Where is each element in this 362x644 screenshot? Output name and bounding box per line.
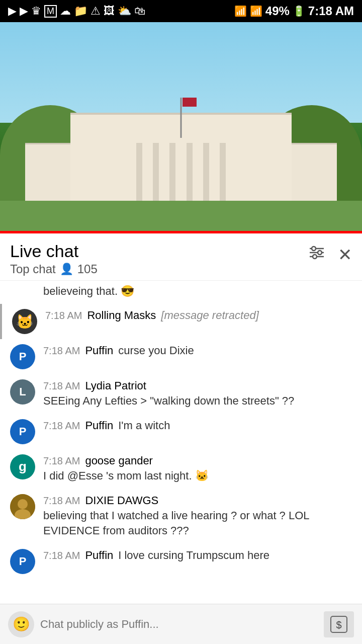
message-author: Puffin bbox=[85, 549, 113, 562]
partial-message: believeing that. 😎 bbox=[0, 281, 362, 300]
message-time: 7:18 AM bbox=[43, 380, 80, 392]
chat-subtitle: Top chat 👤 105 bbox=[10, 262, 98, 276]
chat-messages: 🐱 7:18 AM Rolling Masks [message retract… bbox=[0, 300, 362, 583]
message-content: 7:18 AM Puffin curse you Dixie bbox=[43, 344, 352, 357]
status-bar: ▶ ▶ ♛ M ☁ 📁 ⚠ 🖼 ⛅ 🛍 📶 📶 49% 🔋 7:18 AM bbox=[0, 0, 362, 22]
message-content: 7:18 AM goose gander I did @Esse 's mom … bbox=[43, 454, 352, 484]
message-text: I love cursing Trumpscum here bbox=[118, 549, 269, 562]
chat-title: Live chat bbox=[10, 242, 98, 261]
cloud2-icon: ⛅ bbox=[118, 5, 131, 18]
close-button[interactable]: ✕ bbox=[338, 245, 352, 265]
people-icon: 👤 bbox=[60, 263, 73, 276]
message-time: 7:18 AM bbox=[43, 550, 80, 561]
table-row: P 7:18 AM Puffin I love cursing Trumpscu… bbox=[0, 544, 362, 579]
avatar: P bbox=[10, 549, 35, 574]
live-chat-section: Live chat Top chat 👤 105 ✕ bbox=[0, 233, 362, 626]
message-body: I did @Esse 's mom last night. 🐱 bbox=[43, 468, 352, 484]
chat-input-bar: 🙂 $ bbox=[0, 604, 362, 644]
status-info-right: 📶 📶 49% 🔋 7:18 AM bbox=[234, 4, 354, 18]
chat-header-right: ✕ bbox=[308, 244, 352, 266]
table-row: P 7:18 AM Puffin I'm a witch bbox=[0, 414, 362, 449]
chat-input[interactable] bbox=[40, 611, 318, 637]
avatar: P bbox=[10, 419, 35, 444]
folder-icon: 📁 bbox=[74, 5, 87, 18]
message-meta: 7:18 AM Puffin curse you Dixie bbox=[43, 344, 352, 357]
video-player[interactable] bbox=[0, 22, 362, 233]
partial-text: believeing that. bbox=[43, 285, 118, 298]
status-icons-left: ▶ ▶ ♛ M ☁ 📁 ⚠ 🖼 ⛅ 🛍 bbox=[8, 5, 145, 18]
cloud-icon: ☁ bbox=[60, 5, 71, 18]
message-time: 7:18 AM bbox=[43, 345, 80, 357]
bag-icon: 🛍 bbox=[134, 5, 145, 18]
message-author: Lydia Patriot bbox=[85, 379, 146, 392]
message-author: DIXIE DAWGS bbox=[85, 494, 158, 507]
battery-icon: 🔋 bbox=[293, 5, 305, 17]
signal-icon: 📶 bbox=[250, 5, 262, 17]
svg-point-5 bbox=[313, 255, 317, 259]
crown-icon: ♛ bbox=[31, 5, 41, 18]
chat-header-left: Live chat Top chat 👤 105 bbox=[10, 242, 98, 276]
avatar: 🐱 bbox=[12, 309, 37, 334]
message-body: believing that I watched a live hearing … bbox=[43, 508, 352, 539]
message-author: Puffin bbox=[85, 344, 113, 357]
message-time: 7:18 AM bbox=[43, 420, 80, 432]
image-icon: 🖼 bbox=[104, 5, 115, 18]
battery-percent: 49% bbox=[265, 4, 290, 18]
message-content: 7:18 AM DIXIE DAWGS believing that I wat… bbox=[43, 494, 352, 539]
avatar bbox=[10, 494, 35, 519]
message-content: 7:18 AM Puffin I love cursing Trumpscum … bbox=[43, 549, 352, 562]
svg-point-3 bbox=[312, 247, 316, 251]
emoji-button[interactable]: 🙂 bbox=[8, 611, 34, 637]
viewer-count: 105 bbox=[77, 262, 98, 276]
partial-emoji: 😎 bbox=[121, 285, 134, 298]
time-display: 7:18 AM bbox=[308, 4, 354, 18]
message-content: 7:18 AM Lydia Patriot SEEing Any Lefties… bbox=[43, 379, 352, 409]
m-icon: M bbox=[44, 5, 57, 18]
avatar: L bbox=[10, 379, 35, 405]
table-row: P 7:18 AM Puffin curse you Dixie bbox=[0, 339, 362, 374]
retracted-label: [message retracted] bbox=[161, 309, 258, 322]
emoji-icon: 🙂 bbox=[13, 616, 30, 632]
message-text: curse you Dixie bbox=[118, 344, 194, 357]
svg-point-7 bbox=[18, 499, 28, 509]
message-author: Puffin bbox=[85, 419, 113, 432]
message-meta: 7:18 AM Rolling Masks [message retracted… bbox=[45, 309, 352, 322]
message-time: 7:18 AM bbox=[43, 495, 80, 507]
top-chat-label[interactable]: Top chat bbox=[10, 262, 56, 276]
message-meta: 7:18 AM Puffin I'm a witch bbox=[43, 419, 352, 432]
message-author: Rolling Masks bbox=[87, 309, 156, 322]
message-content: 7:18 AM Puffin I'm a witch bbox=[43, 419, 352, 432]
avatar: P bbox=[10, 344, 35, 369]
message-body: SEEing Any Lefties > "walking down the s… bbox=[43, 393, 352, 409]
message-author: goose gander bbox=[85, 454, 153, 467]
avatar: g bbox=[10, 454, 35, 479]
warning-icon: ⚠ bbox=[90, 5, 101, 18]
message-meta: 7:18 AM goose gander bbox=[43, 454, 352, 467]
message-content: 7:18 AM Rolling Masks [message retracted… bbox=[45, 309, 352, 322]
filter-button[interactable] bbox=[308, 244, 326, 266]
svg-point-4 bbox=[318, 251, 322, 255]
table-row: 7:18 AM DIXIE DAWGS believing that I wat… bbox=[0, 489, 362, 544]
svg-text:$: $ bbox=[336, 619, 341, 630]
message-meta: 7:18 AM Puffin I love cursing Trumpscum … bbox=[43, 549, 352, 562]
message-meta: 7:18 AM DIXIE DAWGS bbox=[43, 494, 352, 507]
table-row: L 7:18 AM Lydia Patriot SEEing Any Lefti… bbox=[0, 374, 362, 414]
message-meta: 7:18 AM Lydia Patriot bbox=[43, 379, 352, 392]
table-row: 🐱 7:18 AM Rolling Masks [message retract… bbox=[0, 304, 362, 339]
message-text: I'm a witch bbox=[118, 419, 170, 432]
wifi-icon: 📶 bbox=[234, 5, 247, 17]
table-row: g 7:18 AM goose gander I did @Esse 's mo… bbox=[0, 449, 362, 489]
chat-header: Live chat Top chat 👤 105 ✕ bbox=[0, 233, 362, 281]
youtube-icon: ▶ bbox=[8, 5, 17, 18]
message-time: 7:18 AM bbox=[45, 310, 82, 321]
message-time: 7:18 AM bbox=[43, 455, 80, 467]
send-button[interactable]: $ bbox=[324, 611, 354, 637]
youtube2-icon: ▶ bbox=[20, 5, 28, 18]
